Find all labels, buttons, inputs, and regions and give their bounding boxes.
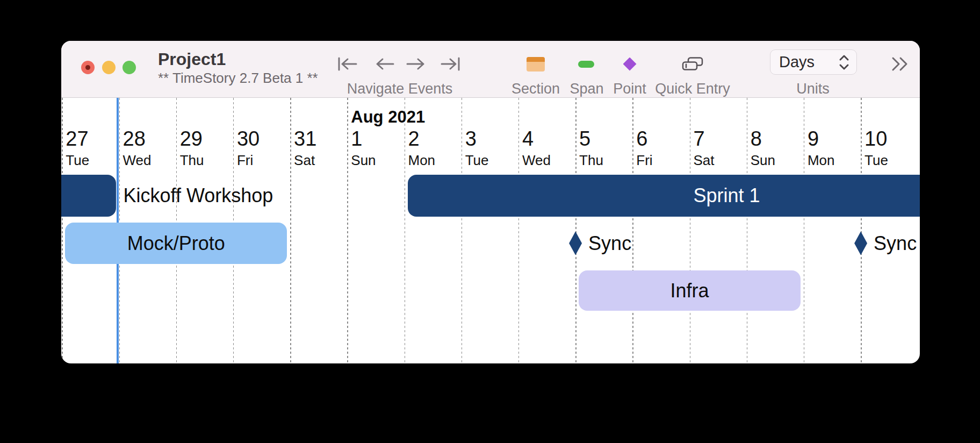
event-bar[interactable] — [61, 175, 116, 217]
day-weekday-label: Sat — [694, 152, 715, 169]
day-gridline — [747, 98, 748, 363]
day-weekday-label: Mon — [808, 152, 835, 169]
day-weekday-label: Fri — [237, 152, 253, 169]
day-gridline — [518, 98, 520, 363]
event-bar-label: Kickoff Workshop — [124, 175, 273, 217]
day-number-label: 28 — [123, 127, 146, 151]
month-label: Aug 2021 — [351, 108, 425, 127]
day-weekday-label: Wed — [522, 152, 551, 169]
event-point-diamond[interactable] — [854, 232, 867, 255]
day-weekday-label: Wed — [123, 152, 152, 169]
day-gridline — [632, 98, 633, 363]
day-number-label: 5 — [579, 127, 590, 151]
event-point-label: Sync — [874, 223, 917, 264]
day-gridline — [405, 98, 406, 363]
day-gridline — [690, 98, 691, 363]
day-number-label: 3 — [465, 127, 477, 151]
timeline-canvas[interactable]: 27Tue28Wed29Thu30Fri31Sat1Sun2Mon3Tue4We… — [61, 41, 920, 363]
event-point-diamond[interactable] — [569, 232, 582, 255]
event-bar-label: Mock/Proto — [127, 232, 225, 255]
event-bar[interactable]: Mock/Proto — [65, 223, 287, 264]
day-number-label: 1 — [351, 127, 362, 151]
day-weekday-label: Sat — [294, 152, 315, 169]
event-bar[interactable]: Infra — [579, 270, 801, 311]
day-number-label: 29 — [180, 127, 203, 151]
day-weekday-label: Mon — [408, 152, 436, 169]
day-number-label: 2 — [408, 127, 420, 151]
event-bar-label: Infra — [670, 280, 709, 302]
day-number-label: 9 — [808, 127, 819, 151]
day-gridline — [462, 98, 463, 363]
event-bar-label: Sprint 1 — [693, 184, 760, 207]
day-number-label: 4 — [522, 127, 534, 151]
day-weekday-label: Fri — [636, 152, 652, 169]
event-bar[interactable]: Sprint 1 — [408, 175, 920, 217]
day-weekday-label: Thu — [180, 152, 204, 169]
day-weekday-label: Tue — [864, 152, 888, 169]
day-number-label: 7 — [694, 127, 705, 151]
day-weekday-label: Sun — [351, 152, 376, 169]
day-number-label: 30 — [237, 127, 260, 151]
day-weekday-label: Sun — [751, 152, 775, 169]
day-weekday-label: Thu — [579, 152, 603, 169]
day-number-label: 27 — [66, 127, 88, 151]
day-gridline — [62, 98, 63, 363]
day-number-label: 10 — [864, 127, 887, 151]
day-weekday-label: Tue — [465, 152, 489, 169]
day-number-label: 8 — [751, 127, 762, 151]
day-gridline — [804, 98, 805, 363]
day-gridline — [290, 98, 291, 363]
day-gridline — [575, 98, 577, 363]
day-number-label: 6 — [636, 127, 647, 151]
day-gridline — [861, 98, 862, 363]
day-weekday-label: Tue — [66, 152, 89, 169]
app-window: Project1 ** TimeStory 2.7 Beta 1 ** Navi… — [61, 41, 920, 363]
day-gridline — [347, 98, 348, 363]
day-number-label: 31 — [294, 127, 316, 151]
event-point-label: Sync — [588, 223, 631, 264]
